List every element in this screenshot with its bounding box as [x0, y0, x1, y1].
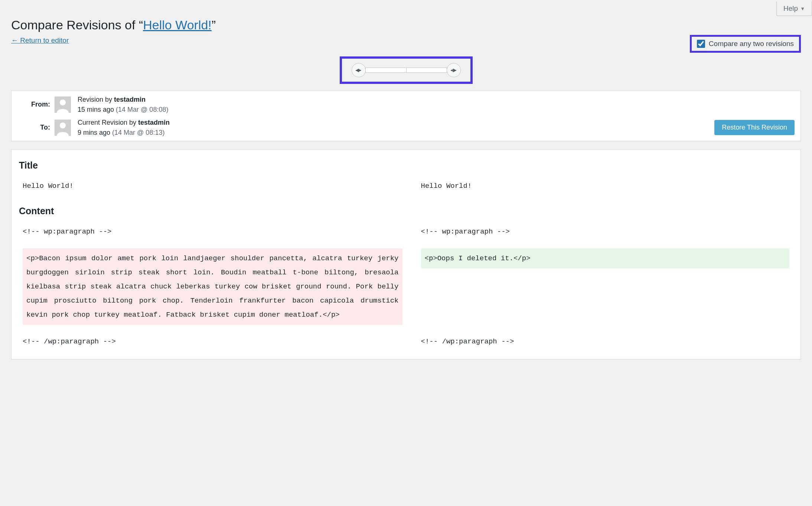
diff-content-heading: Content: [19, 206, 793, 216]
meta-to-stamp: (14 Mar @ 08:13): [112, 129, 164, 136]
svg-point-1: [60, 99, 66, 105]
diff-title-table: Hello World! Hello World!: [19, 179, 793, 193]
meta-to-row: To: Current Revision by testadmin 9 mins…: [17, 116, 795, 139]
arrow-left-right-icon: ◀▸: [355, 67, 362, 73]
diff-title-heading: Title: [19, 160, 793, 171]
content-close-left: <!-- /wp:paragraph -->: [23, 334, 402, 349]
meta-from-row: From: Revision by testadmin 15 mins ago …: [17, 93, 795, 116]
arrow-left-right-icon: ◂▶: [450, 67, 457, 73]
meta-to-prefix: Current Revision by: [78, 119, 138, 126]
compare-any-two-container: Compare any two revisions: [690, 35, 801, 53]
meta-to-author: testadmin: [138, 119, 170, 126]
content-open-left: <!-- wp:paragraph -->: [23, 225, 402, 239]
avatar: [55, 97, 71, 113]
content-body-right: <p>Oops I deleted it.</p>: [421, 248, 790, 268]
page-title: Compare Revisions of “Hello World!”: [11, 17, 801, 33]
compare-any-two-checkbox[interactable]: [697, 40, 705, 48]
meta-to-text: Current Revision by testadmin 9 mins ago…: [78, 118, 170, 138]
meta-to-ago: 9 mins ago: [78, 129, 110, 136]
diff-panel: Title Hello World! Hello World! Content …: [11, 149, 801, 359]
restore-revision-button[interactable]: Restore This Revision: [714, 120, 795, 135]
title-right: Hello World!: [421, 179, 790, 193]
avatar: [55, 120, 71, 136]
meta-to-label: To:: [17, 124, 55, 131]
slider-handle-from[interactable]: ◀▸: [352, 63, 366, 77]
title-left: Hello World!: [23, 179, 402, 193]
meta-from-prefix: Revision by: [78, 96, 114, 103]
title-suffix: ”: [212, 18, 216, 32]
meta-from-label: From:: [17, 101, 55, 108]
title-prefix: Compare Revisions of “: [11, 18, 143, 32]
content-open-right: <!-- wp:paragraph -->: [421, 225, 790, 239]
revision-slider-container: ◀▸ ◂▶: [340, 56, 473, 84]
content-body-left: <p>Bacon ipsum dolor amet pork loin land…: [23, 248, 402, 325]
meta-from-stamp: (14 Mar @ 08:08): [116, 106, 168, 113]
slider-handle-to[interactable]: ◂▶: [447, 63, 461, 77]
content-close-right: <!-- /wp:paragraph -->: [421, 334, 790, 349]
compare-any-two-label: Compare any two revisions: [709, 40, 794, 48]
meta-from-text: Revision by testadmin 15 mins ago (14 Ma…: [78, 95, 168, 115]
return-to-editor-link[interactable]: ← Return to editor: [11, 36, 69, 45]
post-title-link[interactable]: Hello World!: [143, 18, 212, 32]
diff-content-table: <!-- wp:paragraph --> <!-- wp:paragraph …: [19, 225, 793, 349]
help-tab-label: Help: [783, 4, 798, 13]
help-tab[interactable]: Help ▼: [776, 1, 812, 16]
meta-from-ago: 15 mins ago: [78, 106, 114, 113]
slider-track[interactable]: [365, 68, 447, 73]
meta-from-author: testadmin: [114, 96, 146, 103]
revisions-meta: From: Revision by testadmin 15 mins ago …: [11, 91, 801, 141]
chevron-down-icon: ▼: [800, 6, 805, 12]
svg-point-3: [60, 123, 66, 128]
